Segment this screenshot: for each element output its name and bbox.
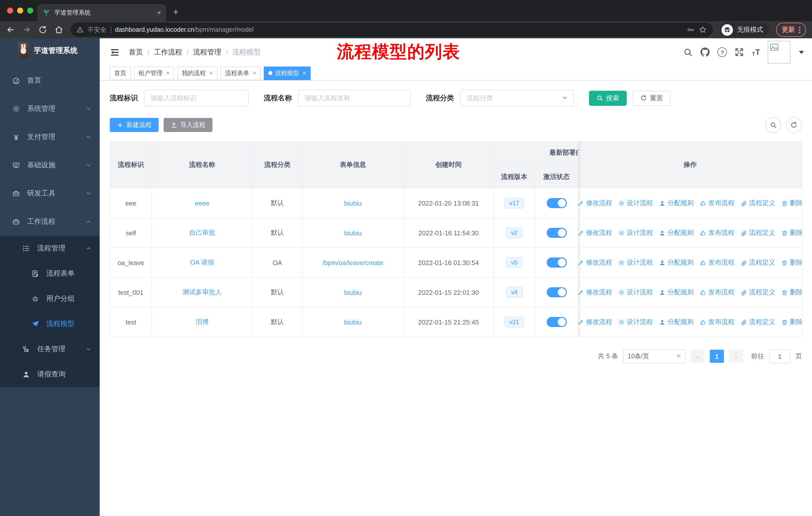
browser-tab[interactable]: 芋道管理系统 ×: [37, 4, 166, 21]
fullscreen-icon[interactable]: [735, 47, 744, 57]
breadcrumb-item-1[interactable]: 工作流程: [154, 48, 182, 57]
breadcrumb-item-2[interactable]: 流程管理: [193, 48, 222, 57]
active-state-toggle[interactable]: [547, 228, 567, 238]
active-state-toggle[interactable]: [547, 198, 567, 208]
row-action-修改流程[interactable]: 修改流程: [578, 318, 612, 327]
row-action-流程定义[interactable]: 流程定义: [741, 288, 775, 297]
row-action-分配规则[interactable]: 分配规则: [659, 288, 694, 297]
process-name-link[interactable]: eeee: [195, 199, 209, 207]
browser-menu-icon[interactable]: [799, 26, 801, 33]
refresh-table-button[interactable]: [786, 117, 802, 133]
page-number-1[interactable]: 1: [710, 350, 724, 363]
search-icon[interactable]: [684, 47, 693, 57]
row-action-设计流程[interactable]: 设计流程: [618, 288, 653, 297]
row-action-删除[interactable]: 删除: [781, 258, 802, 267]
row-action-发布流程[interactable]: 发布流程: [700, 198, 734, 208]
zoom-window-button[interactable]: [27, 7, 33, 13]
row-action-修改流程[interactable]: 修改流程: [578, 198, 612, 208]
forward-icon[interactable]: [22, 25, 31, 34]
close-window-button[interactable]: [7, 7, 13, 13]
active-state-toggle[interactable]: [547, 287, 567, 297]
avatar[interactable]: [768, 41, 790, 63]
process-key-input[interactable]: 请输入流程标识: [144, 90, 249, 106]
row-action-流程定义[interactable]: 流程定义: [741, 198, 775, 208]
row-action-分配规则[interactable]: 分配规则: [659, 258, 694, 267]
sidebar-item-leave-query[interactable]: 请假查询: [0, 362, 100, 387]
not-secure-label[interactable]: 不安全: [88, 25, 107, 34]
tag-我的流程[interactable]: 我的流程×: [177, 66, 218, 80]
help-icon[interactable]: ?: [718, 47, 727, 57]
row-action-发布流程[interactable]: 发布流程: [700, 228, 734, 237]
row-action-分配规则[interactable]: 分配规则: [659, 228, 694, 237]
home-icon[interactable]: [54, 25, 63, 34]
new-tab-button[interactable]: +: [173, 7, 178, 18]
sidebar-item-home[interactable]: 首页: [0, 66, 100, 95]
password-key-icon[interactable]: [687, 26, 695, 34]
create-process-button[interactable]: 新建流程: [110, 118, 158, 132]
row-action-发布流程[interactable]: 发布流程: [700, 258, 734, 267]
process-name-input[interactable]: 请输入流程名称: [298, 90, 411, 106]
sidebar-item-process-model[interactable]: 流程模型: [0, 311, 100, 336]
process-name-link[interactable]: 滔博: [196, 318, 209, 326]
sidebar-item-workflow[interactable]: 工作流程: [0, 208, 100, 236]
form-info-link[interactable]: biubiu: [344, 199, 361, 207]
form-info-link[interactable]: biubiu: [344, 318, 361, 326]
sidebar-item-task-mgmt[interactable]: 任务管理: [0, 336, 100, 362]
avatar-caret-icon[interactable]: [799, 51, 804, 54]
row-action-修改流程[interactable]: 修改流程: [578, 228, 612, 237]
sidebar-item-process-mgmt[interactable]: 流程管理: [0, 236, 100, 261]
bookmark-star-icon[interactable]: [699, 26, 707, 34]
version-badge[interactable]: v17: [504, 197, 524, 209]
reset-button[interactable]: 重置: [633, 90, 671, 106]
sidebar-item-pay-mgmt[interactable]: ¥支付管理: [0, 123, 100, 151]
process-name-link[interactable]: 自己审批: [189, 229, 215, 236]
row-action-设计流程[interactable]: 设计流程: [618, 228, 653, 237]
breadcrumb-item-0[interactable]: 首页: [129, 48, 143, 57]
row-action-流程定义[interactable]: 流程定义: [741, 318, 775, 327]
form-info-link[interactable]: biubiu: [344, 229, 361, 237]
form-info-link[interactable]: /bpm/oa/leave/create: [322, 259, 384, 266]
row-action-设计流程[interactable]: 设计流程: [618, 198, 653, 208]
row-action-发布流程[interactable]: 发布流程: [700, 318, 734, 327]
app-logo[interactable]: 芋道管理系统: [0, 38, 100, 62]
page-size-select[interactable]: 10条/页: [623, 349, 686, 363]
tag-首页[interactable]: 首页: [110, 66, 131, 80]
refresh-icon[interactable]: [38, 25, 47, 34]
row-action-删除[interactable]: 删除: [781, 198, 802, 208]
sidebar-item-dev-tools[interactable]: 研发工具: [0, 180, 100, 208]
sidebar-item-system-mgmt[interactable]: 系统管理: [0, 95, 100, 123]
row-action-删除[interactable]: 删除: [781, 228, 802, 237]
prev-page-button[interactable]: ‹: [691, 350, 705, 363]
row-action-流程定义[interactable]: 流程定义: [741, 258, 775, 267]
tag-close-icon[interactable]: ×: [209, 70, 213, 77]
row-action-流程定义[interactable]: 流程定义: [741, 228, 775, 237]
tag-close-icon[interactable]: ×: [253, 70, 256, 77]
import-process-button[interactable]: 导入流程: [164, 118, 212, 132]
sidebar-item-user-group[interactable]: 用户分组: [0, 286, 100, 311]
back-icon[interactable]: [6, 25, 15, 34]
search-button[interactable]: 搜索: [589, 90, 627, 106]
row-action-分配规则[interactable]: 分配规则: [659, 318, 694, 327]
tab-close-icon[interactable]: ×: [157, 8, 161, 17]
github-icon[interactable]: [700, 47, 710, 57]
row-action-设计流程[interactable]: 设计流程: [618, 318, 653, 327]
row-action-修改流程[interactable]: 修改流程: [578, 258, 612, 267]
tag-close-icon[interactable]: ×: [302, 70, 306, 77]
minimize-window-button[interactable]: [17, 7, 23, 13]
version-badge[interactable]: v5: [506, 257, 522, 268]
update-label[interactable]: 更新: [782, 25, 795, 34]
tag-流程模型[interactable]: 流程模型×: [264, 66, 311, 80]
tag-流程表单[interactable]: 流程表单×: [221, 66, 261, 80]
version-badge[interactable]: v4: [506, 287, 522, 298]
process-name-link[interactable]: OA 请假: [190, 259, 214, 266]
url-bar[interactable]: 不安全 dashboard.yudao.iocoder.cn/bpm/manag…: [70, 23, 713, 37]
version-badge[interactable]: v2: [506, 227, 522, 238]
row-action-设计流程[interactable]: 设计流程: [618, 258, 653, 267]
sidebar-item-infrastructure[interactable]: 基础设施: [0, 151, 100, 180]
process-name-link[interactable]: 测试多审批人: [182, 288, 222, 296]
tag-close-icon[interactable]: ×: [166, 70, 170, 77]
show-search-toggle-button[interactable]: [765, 117, 781, 133]
row-action-修改流程[interactable]: 修改流程: [578, 288, 612, 297]
sidebar-item-process-form[interactable]: 流程表单: [0, 261, 100, 286]
active-state-toggle[interactable]: [547, 317, 567, 327]
